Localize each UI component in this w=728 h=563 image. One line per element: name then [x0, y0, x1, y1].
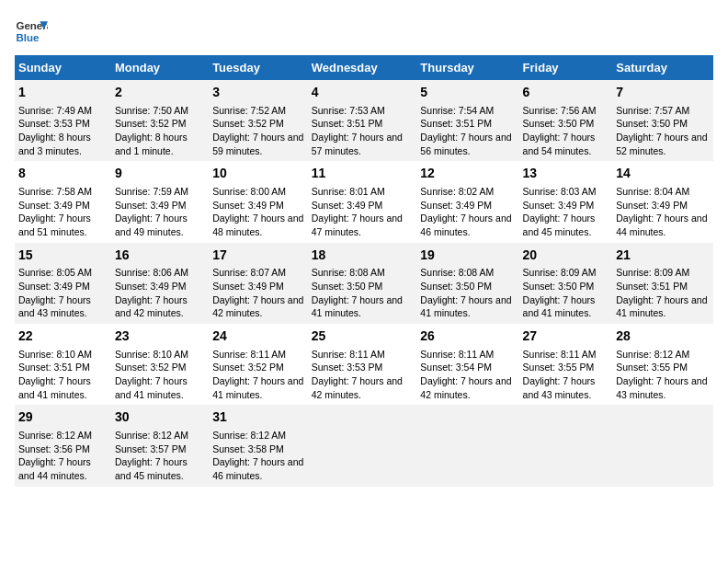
- calendar-cell: 31Sunrise: 8:12 AMSunset: 3:58 PMDayligh…: [209, 405, 308, 486]
- calendar-cell: 15Sunrise: 8:05 AMSunset: 3:49 PMDayligh…: [15, 243, 111, 324]
- day-number: 27: [523, 327, 609, 346]
- calendar-cell: 14Sunrise: 8:04 AMSunset: 3:49 PMDayligh…: [612, 161, 713, 242]
- calendar-cell: 13Sunrise: 8:03 AMSunset: 3:49 PMDayligh…: [519, 161, 613, 242]
- daylight-text: Daylight: 7 hours and 42 minutes.: [115, 294, 188, 319]
- sunrise-text: Sunrise: 8:08 AM: [420, 267, 494, 278]
- sunrise-text: Sunrise: 8:05 AM: [18, 267, 92, 278]
- daylight-text: Daylight: 7 hours and 47 minutes.: [312, 213, 403, 237]
- calendar-cell: [519, 405, 613, 486]
- calendar-cell: 26Sunrise: 8:11 AMSunset: 3:54 PMDayligh…: [416, 324, 518, 405]
- calendar-cell: 9Sunrise: 7:59 AMSunset: 3:49 PMDaylight…: [111, 161, 209, 242]
- sunrise-text: Sunrise: 7:50 AM: [115, 105, 188, 116]
- day-number: 20: [523, 247, 609, 265]
- calendar-week-row: 15Sunrise: 8:05 AMSunset: 3:49 PMDayligh…: [15, 243, 713, 324]
- svg-text:Blue: Blue: [16, 32, 40, 43]
- sunrise-text: Sunrise: 8:11 AM: [523, 349, 597, 360]
- sunset-text: Sunset: 3:58 PM: [212, 443, 284, 454]
- day-number: 4: [312, 84, 414, 102]
- day-number: 13: [523, 165, 609, 183]
- daylight-text: Daylight: 7 hours and 43 minutes.: [523, 375, 596, 400]
- sunset-text: Sunset: 3:50 PM: [523, 118, 595, 129]
- day-header-tuesday: Tuesday: [209, 55, 308, 80]
- sunset-text: Sunset: 3:56 PM: [18, 443, 90, 454]
- calendar-cell: 11Sunrise: 8:01 AMSunset: 3:49 PMDayligh…: [308, 161, 417, 242]
- sunrise-text: Sunrise: 7:54 AM: [420, 105, 494, 116]
- day-number: 29: [18, 408, 108, 427]
- sunrise-text: Sunrise: 8:07 AM: [212, 267, 286, 278]
- day-number: 2: [115, 84, 205, 102]
- calendar-header-row: SundayMondayTuesdayWednesdayThursdayFrid…: [15, 55, 713, 80]
- daylight-text: Daylight: 7 hours and 43 minutes.: [616, 375, 707, 400]
- daylight-text: Daylight: 7 hours and 57 minutes.: [312, 132, 403, 156]
- sunset-text: Sunset: 3:52 PM: [115, 118, 187, 129]
- sunrise-text: Sunrise: 7:49 AM: [18, 105, 92, 116]
- day-number: 28: [616, 327, 710, 346]
- sunrise-text: Sunrise: 8:11 AM: [420, 349, 494, 360]
- calendar-cell: 19Sunrise: 8:08 AMSunset: 3:50 PMDayligh…: [416, 243, 518, 324]
- day-number: 18: [312, 247, 414, 265]
- sunset-text: Sunset: 3:54 PM: [420, 362, 492, 373]
- day-number: 6: [523, 84, 609, 102]
- day-header-friday: Friday: [519, 55, 613, 80]
- day-header-saturday: Saturday: [612, 55, 713, 80]
- daylight-text: Daylight: 7 hours and 52 minutes.: [616, 132, 707, 156]
- day-number: 30: [115, 408, 205, 427]
- sunrise-text: Sunrise: 8:08 AM: [312, 267, 385, 278]
- sunrise-text: Sunrise: 8:09 AM: [616, 267, 689, 278]
- daylight-text: Daylight: 7 hours and 41 minutes.: [420, 294, 511, 319]
- daylight-text: Daylight: 8 hours and 1 minute.: [115, 132, 188, 156]
- daylight-text: Daylight: 7 hours and 42 minutes.: [212, 294, 303, 319]
- sunset-text: Sunset: 3:50 PM: [523, 281, 595, 292]
- sunrise-text: Sunrise: 8:11 AM: [212, 349, 286, 360]
- sunset-text: Sunset: 3:50 PM: [420, 281, 492, 292]
- day-header-sunday: Sunday: [15, 55, 111, 80]
- sunrise-text: Sunrise: 8:02 AM: [420, 186, 494, 197]
- daylight-text: Daylight: 7 hours and 49 minutes.: [115, 213, 188, 237]
- calendar-table: SundayMondayTuesdayWednesdayThursdayFrid…: [15, 55, 713, 487]
- day-header-wednesday: Wednesday: [308, 55, 417, 80]
- calendar-cell: 12Sunrise: 8:02 AMSunset: 3:49 PMDayligh…: [416, 161, 518, 242]
- calendar-cell: 17Sunrise: 8:07 AMSunset: 3:49 PMDayligh…: [209, 243, 308, 324]
- daylight-text: Daylight: 7 hours and 48 minutes.: [212, 213, 303, 237]
- day-number: 8: [18, 165, 108, 183]
- daylight-text: Daylight: 7 hours and 43 minutes.: [18, 294, 91, 319]
- sunset-text: Sunset: 3:49 PM: [212, 281, 284, 292]
- calendar-cell: 8Sunrise: 7:58 AMSunset: 3:49 PMDaylight…: [15, 161, 111, 242]
- calendar-cell: 3Sunrise: 7:52 AMSunset: 3:52 PMDaylight…: [209, 80, 308, 161]
- sunrise-text: Sunrise: 8:01 AM: [312, 186, 385, 197]
- daylight-text: Daylight: 7 hours and 45 minutes.: [523, 213, 596, 237]
- day-number: 11: [312, 165, 414, 183]
- day-number: 24: [212, 327, 304, 346]
- day-header-thursday: Thursday: [416, 55, 518, 80]
- sunset-text: Sunset: 3:55 PM: [616, 362, 688, 373]
- sunrise-text: Sunrise: 7:56 AM: [523, 105, 597, 116]
- daylight-text: Daylight: 7 hours and 45 minutes.: [115, 456, 188, 481]
- calendar-cell: 22Sunrise: 8:10 AMSunset: 3:51 PMDayligh…: [15, 324, 111, 405]
- sunrise-text: Sunrise: 8:09 AM: [523, 267, 597, 278]
- sunset-text: Sunset: 3:49 PM: [616, 200, 688, 211]
- day-number: 17: [212, 247, 304, 265]
- calendar-cell: 23Sunrise: 8:10 AMSunset: 3:52 PMDayligh…: [111, 324, 209, 405]
- day-number: 10: [212, 165, 304, 183]
- sunrise-text: Sunrise: 8:11 AM: [312, 349, 385, 360]
- sunset-text: Sunset: 3:57 PM: [115, 443, 187, 454]
- day-number: 21: [616, 247, 710, 265]
- calendar-week-row: 29Sunrise: 8:12 AMSunset: 3:56 PMDayligh…: [15, 405, 713, 486]
- sunset-text: Sunset: 3:49 PM: [115, 200, 187, 211]
- sunrise-text: Sunrise: 8:03 AM: [523, 186, 597, 197]
- sunrise-text: Sunrise: 8:04 AM: [616, 186, 689, 197]
- sunset-text: Sunset: 3:49 PM: [115, 281, 187, 292]
- sunset-text: Sunset: 3:49 PM: [18, 200, 90, 211]
- calendar-cell: 27Sunrise: 8:11 AMSunset: 3:55 PMDayligh…: [519, 324, 613, 405]
- sunrise-text: Sunrise: 8:12 AM: [18, 430, 92, 441]
- sunrise-text: Sunrise: 8:10 AM: [115, 349, 188, 360]
- sunrise-text: Sunrise: 8:12 AM: [115, 430, 188, 441]
- sunrise-text: Sunrise: 7:53 AM: [312, 105, 385, 116]
- sunset-text: Sunset: 3:49 PM: [523, 200, 595, 211]
- day-number: 5: [420, 84, 515, 102]
- calendar-cell: 25Sunrise: 8:11 AMSunset: 3:53 PMDayligh…: [308, 324, 417, 405]
- header: General Blue: [15, 15, 713, 48]
- sunset-text: Sunset: 3:49 PM: [18, 281, 90, 292]
- sunset-text: Sunset: 3:49 PM: [212, 200, 284, 211]
- daylight-text: Daylight: 7 hours and 41 minutes.: [115, 375, 188, 400]
